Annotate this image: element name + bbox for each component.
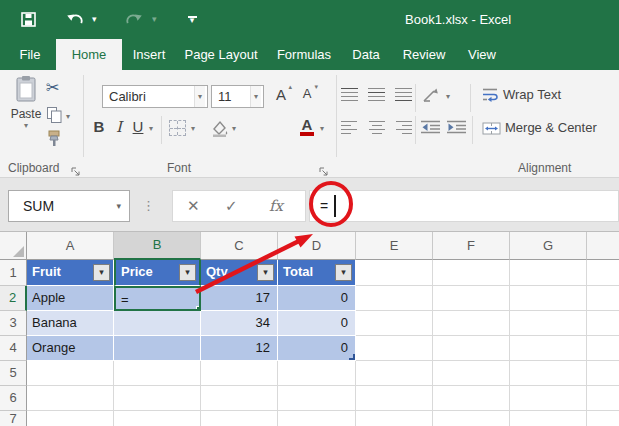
column-header-F[interactable]: F <box>433 232 510 260</box>
cell-H5[interactable] <box>587 361 619 386</box>
clipboard-dialog-launcher[interactable] <box>70 163 81 174</box>
undo-dropdown[interactable]: ▾ <box>92 0 97 39</box>
cell-A2[interactable]: Apple <box>27 286 114 311</box>
row-header-3[interactable]: 3 <box>0 311 27 336</box>
row-header-6[interactable]: 6 <box>0 386 27 411</box>
customize-quick-access-button[interactable]: ▾ <box>184 0 200 39</box>
column-header-partial[interactable] <box>587 232 619 260</box>
filter-button-total[interactable]: ▾ <box>335 264 352 281</box>
cell-C2[interactable]: 17 <box>201 286 278 311</box>
row-header-7[interactable]: 7 <box>0 411 27 426</box>
cell-B1[interactable]: Price▾ <box>114 260 201 286</box>
align-center-icon[interactable] <box>368 121 385 134</box>
filter-button-qty[interactable]: ▾ <box>257 264 274 281</box>
tab-insert[interactable]: Insert <box>126 39 172 70</box>
cell-F6[interactable] <box>433 386 510 411</box>
format-painter-button[interactable] <box>46 130 63 151</box>
cell-D7[interactable] <box>278 411 356 426</box>
tab-review[interactable]: Review <box>396 39 452 70</box>
column-header-B[interactable]: B <box>114 232 201 260</box>
borders-button[interactable] <box>169 120 186 136</box>
row-header-5[interactable]: 5 <box>0 361 27 386</box>
align-left-icon[interactable] <box>341 121 358 134</box>
cell-G7[interactable] <box>510 411 587 426</box>
cell-F4[interactable] <box>433 336 510 361</box>
align-bottom-icon[interactable] <box>395 88 412 101</box>
redo-button[interactable] <box>122 0 144 39</box>
tab-data[interactable]: Data <box>344 39 388 70</box>
cell-B4[interactable] <box>114 336 201 361</box>
cell-C7[interactable] <box>201 411 278 426</box>
decrease-font-size-button[interactable]: A▾ <box>296 86 318 101</box>
tab-page-layout[interactable]: Page Layout <box>178 39 264 70</box>
cell-A5[interactable] <box>27 361 114 386</box>
cell-H1[interactable] <box>587 260 619 286</box>
copy-button[interactable] <box>46 106 63 128</box>
cell-F2[interactable] <box>433 286 510 311</box>
font-size-select[interactable]: 11 ▾ <box>211 85 264 108</box>
underline-dropdown[interactable]: ▾ <box>149 124 153 133</box>
name-box[interactable]: SUM ▾ <box>8 190 130 222</box>
cell-H3[interactable] <box>587 311 619 336</box>
decrease-indent-button[interactable] <box>421 120 441 138</box>
font-dialog-launcher[interactable] <box>318 163 329 174</box>
orientation-dropdown[interactable]: ▾ <box>446 92 450 101</box>
cell-G5[interactable] <box>510 361 587 386</box>
bold-button[interactable]: B <box>90 118 108 135</box>
cell-H6[interactable] <box>587 386 619 411</box>
row-header-2[interactable]: 2 <box>0 286 27 311</box>
font-family-select[interactable]: Calibri ▾ <box>102 85 208 108</box>
cell-D1[interactable]: Total▾ <box>278 260 356 286</box>
font-color-dropdown[interactable]: ▾ <box>320 124 324 133</box>
row-header-4[interactable]: 4 <box>0 336 27 361</box>
cell-D2[interactable]: 0 <box>278 286 356 311</box>
cell-D3[interactable]: 0 <box>278 311 356 336</box>
cell-C4[interactable]: 12 <box>201 336 278 361</box>
cell-A3[interactable]: Banana <box>27 311 114 336</box>
cell-E1[interactable] <box>356 260 433 286</box>
cell-G2[interactable] <box>510 286 587 311</box>
cell-F5[interactable] <box>433 361 510 386</box>
cell-A6[interactable] <box>27 386 114 411</box>
borders-dropdown[interactable]: ▾ <box>191 124 195 133</box>
cell-H2[interactable] <box>587 286 619 311</box>
align-top-icon[interactable] <box>341 88 358 101</box>
cell-D4[interactable]: 0 <box>278 336 356 361</box>
cell-G1[interactable] <box>510 260 587 286</box>
save-button[interactable] <box>18 0 38 39</box>
cell-F7[interactable] <box>433 411 510 426</box>
cell-E6[interactable] <box>356 386 433 411</box>
insert-function-button[interactable]: fx <box>269 191 283 221</box>
cut-button[interactable]: ✂ <box>46 78 59 97</box>
merge-center-button[interactable] <box>482 121 501 139</box>
merge-center-label[interactable]: Merge & Center <box>505 120 597 135</box>
cell-G3[interactable] <box>510 311 587 336</box>
paste-button[interactable]: Paste ▾ <box>6 75 46 130</box>
enter-button[interactable]: ✓ <box>225 191 238 221</box>
column-header-D[interactable]: D <box>278 232 356 260</box>
increase-indent-button[interactable] <box>447 120 467 138</box>
formula-bar-input[interactable]: = <box>309 190 619 222</box>
paste-dropdown[interactable]: ▾ <box>6 121 46 130</box>
underline-button[interactable]: U <box>130 118 146 135</box>
row-header-1[interactable]: 1 <box>0 260 27 286</box>
column-header-G[interactable]: G <box>510 232 587 260</box>
cell-H7[interactable] <box>587 411 619 426</box>
cell-A1[interactable]: Fruit▾ <box>27 260 114 286</box>
cell-F1[interactable] <box>433 260 510 286</box>
cell-H4[interactable] <box>587 336 619 361</box>
tab-view[interactable]: View <box>458 39 506 70</box>
undo-button[interactable] <box>64 0 86 39</box>
cell-D5[interactable] <box>278 361 356 386</box>
active-cell-B2[interactable]: = <box>114 286 201 311</box>
filter-button-fruit[interactable]: ▾ <box>93 264 110 281</box>
cell-B3[interactable] <box>114 311 201 336</box>
tab-file[interactable]: File <box>8 39 52 70</box>
italic-button[interactable]: I <box>112 118 126 136</box>
table-resize-handle[interactable] <box>349 354 355 360</box>
cell-E4[interactable] <box>356 336 433 361</box>
cell-E5[interactable] <box>356 361 433 386</box>
cell-A4[interactable]: Orange <box>27 336 114 361</box>
column-header-A[interactable]: A <box>27 232 114 260</box>
orientation-button[interactable] <box>421 86 441 108</box>
